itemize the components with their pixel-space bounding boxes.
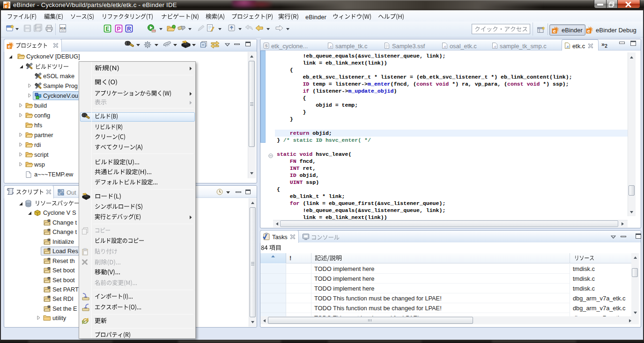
svg-text:e: e [587,28,590,34]
svg-text:.c: .c [329,44,332,49]
svg-text:e: e [8,44,11,49]
svg-text:P: P [117,26,120,32]
svg-text:.c: .c [493,44,496,49]
svg-text:e: e [553,28,556,34]
svg-text:e: e [5,3,7,9]
svg-text:S: S [265,44,268,48]
svg-text:R: R [127,26,131,32]
svg-text:.c: .c [443,44,446,49]
svg-text:.c: .c [566,44,569,49]
svg-text:010: 010 [60,27,66,30]
svg-text:E: E [105,26,109,32]
